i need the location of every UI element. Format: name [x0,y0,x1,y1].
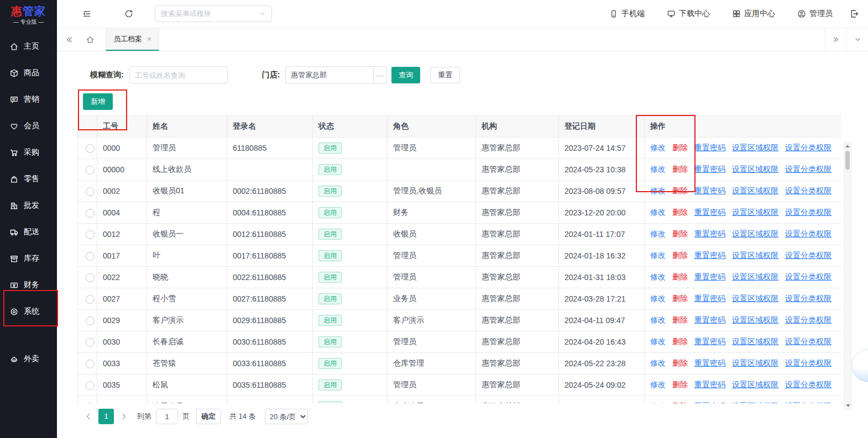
delete-link[interactable]: 删除 [672,380,688,389]
delete-link[interactable]: 删除 [672,208,688,217]
modify-link[interactable]: 修改 [650,315,666,324]
modify-link[interactable]: 修改 [650,380,666,389]
sidebar-item-system[interactable]: 系统 [0,298,57,325]
goto-confirm-button[interactable]: 确定 [196,409,221,424]
set-area-permission-link[interactable]: 设置区域权限 [732,208,778,217]
modify-link[interactable]: 修改 [650,402,666,403]
reset-password-link[interactable]: 重置密码 [694,380,725,389]
topbar-nav-mobile[interactable]: 手机端 [609,9,645,19]
row-radio[interactable] [86,209,95,218]
row-radio[interactable] [86,187,95,196]
sidebar-item-wholesale[interactable]: 批发 [0,192,57,219]
set-area-permission-link[interactable]: 设置区域权限 [732,358,778,367]
sidebar-item-home[interactable]: 主页 [0,33,57,60]
row-radio[interactable] [86,316,95,325]
set-area-permission-link[interactable]: 设置区域权限 [732,251,778,260]
reset-password-link[interactable]: 重置密码 [694,229,725,238]
reset-password-link[interactable]: 重置密码 [694,315,725,324]
row-radio[interactable] [86,144,95,153]
next-page-icon[interactable] [119,412,128,421]
sidebar-item-marketing[interactable]: 营销 [0,86,57,113]
sidebar-item-finance[interactable]: 财务 [0,272,57,298]
topbar-nav-admin[interactable]: 管理员 [797,9,833,19]
set-category-permission-link[interactable]: 设置分类权限 [785,402,832,403]
store-more-button[interactable]: ··· [374,66,387,84]
reset-password-link[interactable]: 重置密码 [694,294,725,303]
scrollbar-up-icon[interactable] [845,145,850,147]
modify-link[interactable]: 修改 [650,229,666,238]
set-category-permission-link[interactable]: 设置分类权限 [785,272,832,281]
logout-icon[interactable] [849,9,859,19]
set-category-permission-link[interactable]: 设置分类权限 [785,251,832,260]
delete-link[interactable]: 删除 [672,337,688,346]
set-area-permission-link[interactable]: 设置区域权限 [732,337,778,346]
reset-password-link[interactable]: 重置密码 [694,208,725,217]
set-area-permission-link[interactable]: 设置区域权限 [732,402,778,403]
modify-link[interactable]: 修改 [650,272,666,281]
reset-password-link[interactable]: 重置密码 [694,358,725,367]
sidebar-item-member[interactable]: 会员 [0,113,57,139]
reset-password-link[interactable]: 重置密码 [694,272,725,281]
fuzzy-search-input[interactable] [129,66,228,84]
page-number-button[interactable]: 1 [98,409,114,424]
modify-link[interactable]: 修改 [650,358,666,367]
delete-link[interactable]: 删除 [672,229,688,238]
search-button[interactable]: 查询 [391,67,420,83]
row-radio[interactable] [86,403,95,403]
set-category-permission-link[interactable]: 设置分类权限 [785,337,832,346]
prev-page-icon[interactable] [84,412,93,421]
topbar-nav-download-center[interactable]: 下载中心 [667,9,710,19]
row-radio[interactable] [86,273,95,282]
delete-link[interactable]: 删除 [672,251,688,260]
set-area-permission-link[interactable]: 设置区域权限 [732,380,778,389]
scroll-tabs-right-button[interactable] [825,28,846,51]
row-radio[interactable] [86,360,95,368]
tab-close-icon[interactable]: × [147,35,151,43]
modify-link[interactable]: 修改 [650,337,666,346]
sidebar-item-inventory[interactable]: 库存 [0,245,57,272]
modify-link[interactable]: 修改 [650,186,666,195]
row-radio[interactable] [86,166,95,175]
table-scrollbar[interactable] [844,142,851,410]
reset-password-link[interactable]: 重置密码 [694,143,725,152]
set-category-permission-link[interactable]: 设置分类权限 [785,358,832,367]
set-area-permission-link[interactable]: 设置区域权限 [732,272,778,281]
set-category-permission-link[interactable]: 设置分类权限 [785,186,832,195]
row-radio[interactable] [86,338,95,347]
reset-password-link[interactable]: 重置密码 [694,251,725,260]
reset-password-link[interactable]: 重置密码 [694,337,725,346]
delete-link[interactable]: 删除 [672,186,688,195]
set-category-permission-link[interactable]: 设置分类权限 [785,143,832,152]
reset-password-link[interactable]: 重置密码 [694,165,725,173]
page-size-select[interactable]: 20 条/页 [265,409,308,424]
scrollbar-down-icon[interactable] [846,404,850,407]
modify-link[interactable]: 修改 [650,165,666,173]
row-radio[interactable] [86,252,95,261]
tab-employee-archive[interactable]: 员工档案 × [106,28,159,51]
modify-link[interactable]: 修改 [650,208,666,217]
topbar-nav-app-center[interactable]: 应用中心 [732,9,775,19]
set-category-permission-link[interactable]: 设置分类权限 [785,380,832,389]
set-category-permission-link[interactable]: 设置分类权限 [785,208,832,217]
collapse-sidebar-icon[interactable] [82,9,92,19]
goto-page-input[interactable] [156,409,178,424]
delete-link[interactable]: 删除 [672,272,688,281]
home-tab-icon[interactable] [86,35,95,44]
tabs-menu-button[interactable] [846,28,868,51]
add-button[interactable]: 新增 [83,93,113,110]
reset-password-link[interactable]: 重置密码 [694,402,725,403]
set-area-permission-link[interactable]: 设置区域权限 [732,143,778,152]
set-category-permission-link[interactable]: 设置分类权限 [785,229,832,238]
delete-link[interactable]: 删除 [672,315,688,324]
set-area-permission-link[interactable]: 设置区域权限 [732,165,778,173]
module-search-select[interactable]: 搜索菜单或模块 [155,6,272,22]
delete-link[interactable]: 删除 [672,294,688,303]
sidebar-item-purchase[interactable]: 采购 [0,139,57,166]
refresh-icon[interactable] [124,9,134,19]
set-area-permission-link[interactable]: 设置区域权限 [732,186,778,195]
set-area-permission-link[interactable]: 设置区域权限 [732,294,778,303]
scrollbar-thumb[interactable] [845,151,850,170]
reset-button[interactable]: 重置 [430,67,460,83]
reset-password-link[interactable]: 重置密码 [694,186,725,195]
set-category-permission-link[interactable]: 设置分类权限 [785,294,832,303]
